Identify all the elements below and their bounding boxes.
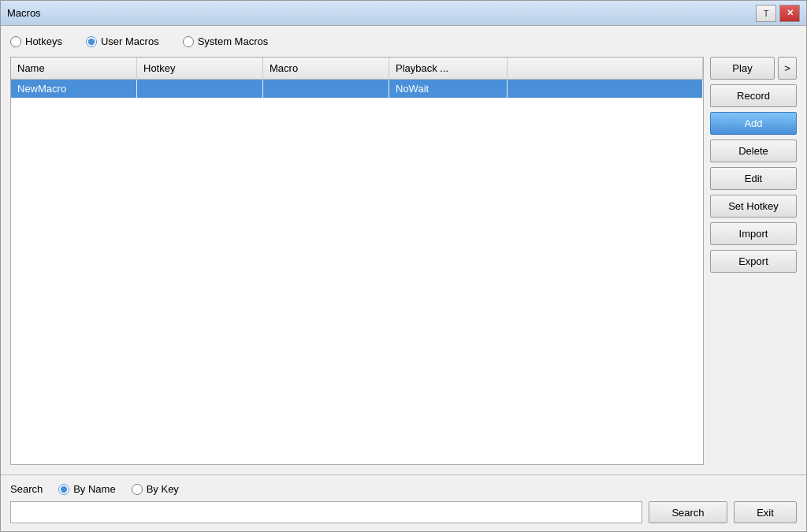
system-macros-radio[interactable] — [183, 36, 194, 47]
table-header: Name Hotkey Macro Playback ... — [11, 58, 703, 80]
import-button[interactable]: Import — [710, 222, 797, 245]
edit-button[interactable]: Edit — [710, 167, 797, 190]
cell-extra — [508, 80, 703, 98]
sidebar-buttons: Play > Record Add Delete Edit Set Hotkey… — [710, 57, 797, 465]
close-button[interactable]: ✕ — [779, 5, 800, 22]
title-bar-buttons: T ✕ — [756, 5, 800, 22]
search-button[interactable]: Search — [649, 501, 727, 523]
add-button[interactable]: Add — [710, 112, 797, 135]
export-button[interactable]: Export — [710, 250, 797, 273]
table-body: NewMacro NoWait — [11, 80, 703, 464]
play-button[interactable]: Play — [710, 57, 775, 80]
hotkeys-radio[interactable] — [10, 36, 21, 47]
cell-macro — [263, 80, 389, 98]
main-area: Name Hotkey Macro Playback ... NewMacro … — [10, 57, 797, 465]
table-row[interactable]: NewMacro NoWait — [11, 80, 703, 99]
col-header-playback: Playback ... — [389, 58, 508, 79]
search-input[interactable] — [10, 501, 642, 523]
col-header-name: Name — [11, 58, 137, 79]
by-key-radio-text: By Key — [147, 483, 179, 495]
bottom-bar: Search By Name By Key Search Exit — [1, 474, 806, 531]
col-header-extra — [508, 58, 703, 79]
play-btn-row: Play > — [710, 57, 797, 80]
t-button[interactable]: T — [756, 5, 776, 22]
exit-button[interactable]: Exit — [734, 501, 797, 523]
hotkeys-radio-text: Hotkeys — [25, 35, 62, 47]
search-options-row: Search By Name By Key — [10, 483, 797, 495]
system-macros-radio-label[interactable]: System Macros — [183, 35, 269, 47]
cell-hotkey — [137, 80, 263, 98]
col-header-macro: Macro — [263, 58, 389, 79]
record-button[interactable]: Record — [710, 84, 797, 107]
macro-type-radio-group: Hotkeys User Macros System Macros — [10, 35, 797, 47]
cell-playback: NoWait — [389, 80, 508, 98]
by-name-radio-text: By Name — [73, 483, 115, 495]
search-input-row: Search Exit — [10, 501, 797, 523]
set-hotkey-button[interactable]: Set Hotkey — [710, 195, 797, 218]
hotkeys-radio-label[interactable]: Hotkeys — [10, 35, 62, 47]
user-macros-radio-text: User Macros — [101, 35, 159, 47]
title-bar: Macros T ✕ — [1, 1, 806, 26]
by-name-radio-label[interactable]: By Name — [58, 483, 115, 495]
macros-window: Macros T ✕ Hotkeys User Macros System Ma… — [0, 0, 807, 532]
by-key-radio[interactable] — [132, 484, 143, 495]
col-header-hotkey: Hotkey — [137, 58, 263, 79]
window-title: Macros — [7, 7, 41, 19]
by-key-radio-label[interactable]: By Key — [132, 483, 179, 495]
chevron-button[interactable]: > — [778, 57, 797, 80]
search-label: Search — [10, 483, 43, 495]
system-macros-radio-text: System Macros — [198, 35, 269, 47]
macros-table: Name Hotkey Macro Playback ... NewMacro … — [10, 57, 704, 465]
user-macros-radio[interactable] — [86, 36, 97, 47]
delete-button[interactable]: Delete — [710, 140, 797, 162]
user-macros-radio-label[interactable]: User Macros — [86, 35, 159, 47]
cell-name: NewMacro — [11, 80, 137, 98]
window-content: Hotkeys User Macros System Macros Name H… — [1, 26, 806, 474]
by-name-radio[interactable] — [58, 484, 69, 495]
